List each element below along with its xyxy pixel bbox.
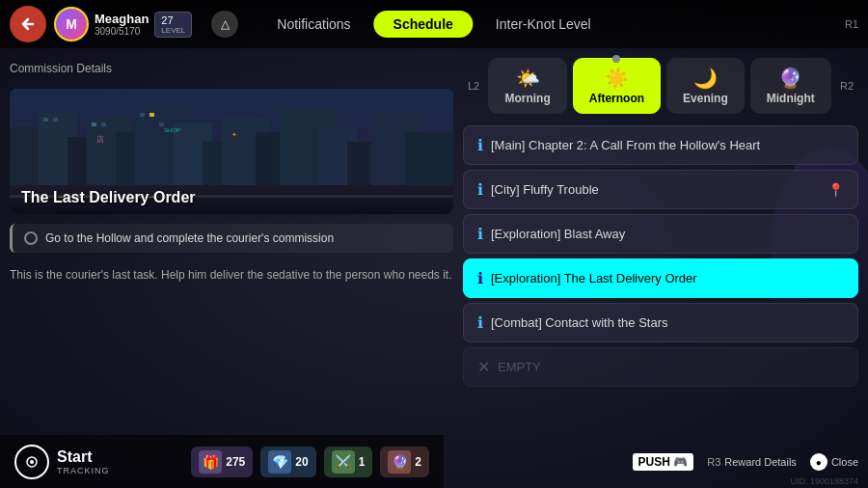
quest-row-empty[interactable]: ✕ EMPTY	[463, 347, 858, 387]
close-circle-icon: ●	[810, 453, 827, 471]
reward-icon-3: ⚔️	[332, 450, 355, 474]
reward-item-4: 🔮 2	[380, 447, 429, 477]
player-name: Meaghan	[95, 12, 149, 26]
midnight-label: Midnight	[767, 92, 815, 105]
quest-image-overlay: The Last Delivery Order	[10, 181, 453, 214]
reward-details-btn[interactable]: R3 Reward Details	[707, 456, 797, 468]
tab-schedule[interactable]: Schedule	[374, 11, 473, 38]
r2-label: R2	[840, 80, 854, 92]
morning-icon: 🌤️	[516, 67, 540, 90]
svg-rect-21	[149, 113, 154, 117]
svg-point-31	[30, 460, 34, 464]
svg-rect-18	[92, 122, 96, 126]
tab-inter-knot-level[interactable]: Inter-Knot Level	[476, 11, 610, 38]
quest-icon-combat-contact: ℹ	[477, 313, 483, 332]
quest-title-image-text: The Last Delivery Order	[21, 189, 442, 206]
start-label-area: Start TRACKING	[57, 448, 110, 475]
quest-description: This is the courier's last task. Help hi…	[10, 262, 453, 287]
quest-icon-main-chapter2: ℹ	[477, 136, 483, 154]
top-bar: M Meaghan 3090/5170 27 LEVEL △ L1 Notifi…	[0, 0, 868, 48]
svg-rect-20	[140, 113, 145, 117]
r1-label: R1	[845, 18, 858, 30]
close-btn[interactable]: ● Close	[810, 453, 858, 471]
svg-text:店: 店	[96, 135, 104, 144]
reward-count-4: 2	[415, 455, 421, 469]
quest-text-exploration-blast: [Exploration] Blast Away	[491, 227, 844, 241]
tab-notifications[interactable]: Notifications	[258, 11, 369, 38]
time-tab-afternoon[interactable]: ☀️ Afternoon	[573, 58, 661, 114]
morning-label: Morning	[504, 92, 550, 105]
commission-details-header: Commission Details	[10, 58, 453, 79]
svg-rect-16	[43, 118, 48, 122]
reward-items: 🎁 275 💎 20 ⚔️ 1 🔮 2	[191, 447, 429, 477]
reward-icon-4: 🔮	[388, 450, 411, 474]
tracking-icon	[24, 454, 40, 470]
bottom-right-controls: PUSH 🎮 R3 Reward Details ● Close	[633, 453, 858, 471]
quest-icon-exploration-blast: ℹ	[477, 225, 483, 243]
evening-label: Evening	[683, 92, 728, 105]
tracking-text: TRACKING	[57, 466, 110, 475]
player-xp: 3090/5170	[95, 26, 149, 37]
quest-row-main-chapter2[interactable]: ℹ [Main] Chapter 2: A Call From the Holl…	[463, 125, 858, 165]
evening-icon: 🌙	[693, 67, 718, 90]
reward-item-3: ⚔️ 1	[324, 447, 373, 477]
nav-tabs: Notifications Schedule Inter-Knot Level	[258, 11, 610, 38]
reward-icon-1: 🎁	[199, 450, 222, 474]
time-tab-midnight[interactable]: 🔮 Midnight	[750, 58, 831, 114]
back-button[interactable]	[10, 6, 46, 42]
quest-row-combat-contact[interactable]: ℹ [Combat] Contact with the Stars	[463, 303, 858, 342]
quest-list: ℹ [Main] Chapter 2: A Call From the Holl…	[463, 125, 858, 478]
l2-label: L2	[468, 80, 479, 92]
avatar: M	[54, 7, 89, 41]
main-content: Commission Details	[0, 48, 868, 488]
close-label: Close	[831, 456, 858, 468]
start-circle	[14, 445, 49, 479]
bottom-bar: Start TRACKING 🎁 275 💎 20 ⚔️ 1 🔮 2	[0, 435, 444, 488]
reward-count-3: 1	[359, 455, 366, 469]
level-number: 27	[161, 14, 173, 26]
reward-icon-2: 💎	[268, 450, 291, 474]
player-info: Meaghan 3090/5170	[95, 12, 149, 37]
task-text: Go to the Hollow and complete the courie…	[45, 231, 334, 245]
midnight-icon: 🔮	[778, 67, 802, 90]
svg-rect-19	[101, 122, 106, 126]
quest-row-city-fluffy[interactable]: ℹ [City] Fluffy Trouble 📍	[463, 170, 858, 209]
task-radio	[24, 231, 38, 245]
avatar-area: M Meaghan 3090/5170 27 LEVEL	[54, 7, 192, 41]
time-tab-evening[interactable]: 🌙 Evening	[666, 58, 745, 114]
r3-label: R3	[707, 456, 720, 468]
push-logo-area: PUSH 🎮	[633, 453, 694, 471]
svg-rect-17	[53, 118, 58, 122]
quest-text-empty: EMPTY	[498, 360, 844, 374]
quest-icon-empty: ✕	[477, 358, 490, 376]
quest-icon-exploration-delivery: ℹ	[477, 269, 483, 287]
time-selector: L2 🌤️ Morning ☀️ Afternoon 🌙 Evening 🔮	[463, 58, 858, 114]
quest-text-exploration-delivery: [Exploration] The Last Delivery Order	[491, 271, 844, 285]
level-label: LEVEL	[161, 26, 185, 35]
reward-details-label: Reward Details	[724, 456, 797, 468]
time-tabs: 🌤️ Morning ☀️ Afternoon 🌙 Evening 🔮 Midn…	[479, 58, 840, 114]
afternoon-icon: ☀️	[605, 67, 629, 90]
right-panel: L2 🌤️ Morning ☀️ Afternoon 🌙 Evening 🔮	[463, 58, 858, 478]
quest-icon-city-fluffy: ℹ	[477, 180, 483, 199]
quest-row-exploration-blast[interactable]: ℹ [Exploration] Blast Away	[463, 214, 858, 254]
task-item: Go to the Hollow and complete the courie…	[10, 224, 453, 253]
svg-rect-22	[159, 122, 164, 126]
triangle-icon: △	[211, 11, 238, 38]
start-button[interactable]: Start TRACKING	[14, 445, 110, 479]
quest-row-exploration-delivery[interactable]: ℹ [Exploration] The Last Delivery Order	[463, 258, 858, 298]
reward-count-2: 20	[295, 455, 308, 469]
quest-image: 店 SHOP ✦ The Last Delivery Order	[10, 89, 453, 214]
time-tab-morning[interactable]: 🌤️ Morning	[488, 58, 566, 114]
level-badge: 27 LEVEL	[154, 12, 192, 38]
svg-text:✦: ✦	[231, 131, 237, 138]
quest-text-main-chapter2: [Main] Chapter 2: A Call From the Hollow…	[491, 138, 844, 152]
uid-display: UID: 1900188374	[790, 476, 858, 486]
quest-text-combat-contact: [Combat] Contact with the Stars	[491, 315, 844, 330]
quest-text-city-fluffy: [City] Fluffy Trouble	[491, 182, 820, 197]
pin-icon: 📍	[827, 182, 844, 198]
left-panel: Commission Details	[10, 58, 453, 478]
svg-text:SHOP: SHOP	[164, 127, 180, 133]
afternoon-dot	[612, 55, 620, 63]
afternoon-label: Afternoon	[589, 92, 644, 105]
